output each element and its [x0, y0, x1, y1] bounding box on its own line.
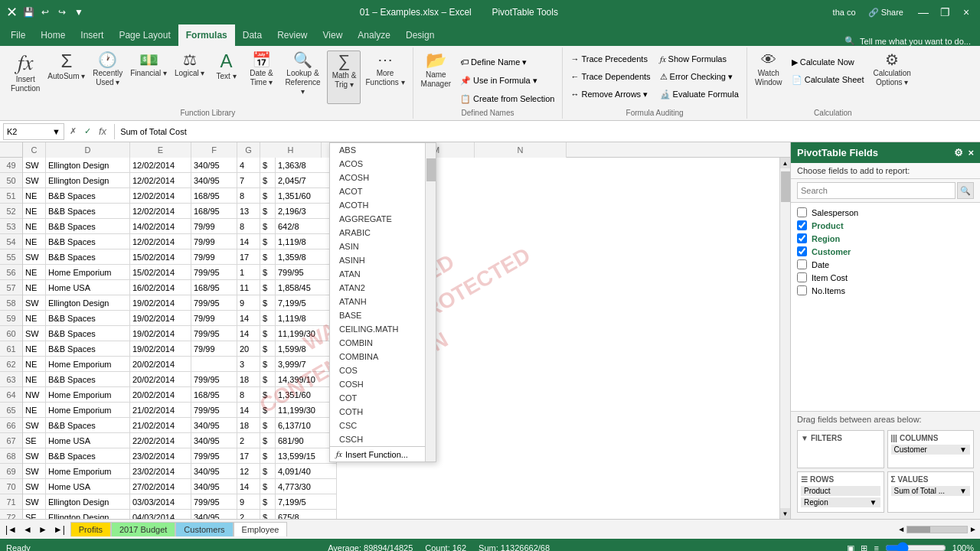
tab-customers[interactable]: Customers [175, 522, 233, 536]
dropdown-item-asinh[interactable]: ASINH [330, 253, 436, 267]
dropdown-item-csc[interactable]: CSC [330, 419, 436, 432]
cell[interactable]: $ [260, 433, 276, 448]
pivot-area-filters[interactable]: ▼ FILTERS [797, 430, 884, 468]
tab-design[interactable]: Design [398, 24, 442, 46]
use-in-formula-button[interactable]: 📌 Use in Formula ▾ [457, 72, 557, 89]
cell[interactable]: $ [260, 387, 276, 403]
cell[interactable]: 16/02/2014 [130, 280, 191, 295]
cell[interactable]: 11,199/30 [276, 326, 337, 341]
row-71[interactable]: 71 [0, 494, 22, 510]
cell[interactable]: NW [23, 387, 46, 403]
cell[interactable]: 13,599/15 [276, 448, 337, 464]
row-51[interactable]: 51 [0, 188, 22, 204]
cell[interactable]: $ [260, 494, 276, 510]
cell[interactable]: 79/99 [191, 311, 237, 326]
cell[interactable]: SW [23, 249, 46, 265]
cell[interactable]: 6,137/10 [276, 418, 337, 433]
cell[interactable]: 1 [237, 265, 260, 280]
trace-precedents-button[interactable]: → Trace Precedents [567, 51, 653, 67]
cell[interactable]: 1,119/8 [276, 311, 337, 326]
pivot-settings-icon[interactable]: ⚙ [954, 147, 963, 158]
row-52[interactable]: 52 [0, 204, 22, 219]
cell[interactable]: 23/02/2014 [130, 464, 191, 479]
pivot-search-input[interactable] [797, 182, 956, 199]
cell[interactable]: NE [23, 403, 46, 418]
cell[interactable]: SW [23, 418, 46, 433]
col-header-c[interactable]: C [23, 142, 46, 158]
cell[interactable]: $ [260, 249, 276, 265]
cell[interactable]: SW [23, 464, 46, 479]
page-break-view-icon[interactable]: ≡ [874, 543, 878, 551]
cell[interactable]: 8 [237, 387, 260, 403]
row-54[interactable]: 54 [0, 234, 22, 249]
dropdown-item-aggregate[interactable]: AGGREGATE [330, 212, 436, 226]
cell[interactable]: 7,199/5 [276, 494, 337, 510]
dropdown-item-atanh[interactable]: ATANH [330, 295, 436, 308]
pivot-close-icon[interactable]: × [968, 147, 974, 158]
zoom-slider[interactable] [885, 542, 946, 551]
pivot-field-region-checkbox[interactable] [797, 233, 807, 243]
cell[interactable]: Ellington Design [46, 173, 130, 188]
cell[interactable]: 340/95 [191, 479, 237, 494]
cell[interactable]: $ [260, 188, 276, 204]
pivot-field-salesperson[interactable]: Salesperson [791, 206, 980, 219]
cell[interactable]: 1,351/60 [276, 188, 337, 204]
trace-dependents-button[interactable]: ← Trace Dependents [567, 68, 653, 85]
cell[interactable]: 799/95 [191, 448, 237, 464]
cell[interactable]: Ellington Design [46, 295, 130, 311]
cell[interactable]: Home USA [46, 479, 130, 494]
pivot-area-rows-product[interactable]: Product [801, 486, 880, 496]
pivot-area-rows-region-arrow[interactable]: ▼ [870, 498, 877, 507]
scroll-thumb[interactable] [781, 171, 790, 202]
cell[interactable]: 8 [237, 188, 260, 204]
cell[interactable]: B&B Spaces [46, 372, 130, 387]
row-58[interactable]: 58 [0, 295, 22, 311]
cell[interactable]: Home Emporium [46, 464, 130, 479]
cell[interactable]: 4,091/40 [276, 464, 337, 479]
cell[interactable]: 20/02/2014 [130, 372, 191, 387]
cell[interactable]: Ellington Design [46, 158, 130, 173]
cell[interactable]: 19/02/2014 [130, 341, 191, 357]
cell[interactable]: 12/02/2014 [130, 173, 191, 188]
cell[interactable]: Home Emporium [46, 265, 130, 280]
cell[interactable]: $ [260, 219, 276, 234]
pivot-field-region[interactable]: Region [791, 232, 980, 245]
cell[interactable]: 20/02/2014 [130, 357, 191, 372]
col-header-d[interactable]: D [46, 142, 130, 158]
tab-formulas[interactable]: Formulas [178, 24, 235, 46]
cell[interactable]: 4,773/30 [276, 479, 337, 494]
pivot-field-date-checkbox[interactable] [797, 259, 807, 269]
tab-review[interactable]: Review [270, 24, 315, 46]
cell[interactable]: B&B Spaces [46, 234, 130, 249]
tab-insert[interactable]: Insert [73, 24, 111, 46]
formula-input[interactable] [120, 123, 977, 140]
cell[interactable]: Ellington Design [46, 510, 130, 519]
cell[interactable]: 799/95 [191, 403, 237, 418]
cell[interactable]: 3 [237, 357, 260, 372]
watch-window-button[interactable]: 👁 WatchWindow [752, 51, 786, 104]
col-header-g[interactable]: G [237, 142, 260, 158]
cell[interactable]: 11 [237, 280, 260, 295]
row-69[interactable]: 69 [0, 464, 22, 479]
tab-profits[interactable]: Profits [70, 522, 111, 536]
scroll-up-btn[interactable]: ▲ [780, 158, 791, 168]
cell[interactable]: 168/95 [191, 204, 237, 219]
row-55[interactable]: 55 [0, 249, 22, 265]
cell[interactable]: 15/02/2014 [130, 265, 191, 280]
cell[interactable]: 1,119/8 [276, 234, 337, 249]
cell[interactable]: 14,399/10 [276, 372, 337, 387]
row-50[interactable]: 50 [0, 173, 22, 188]
name-box[interactable]: K2 ▼ [3, 123, 64, 140]
pivot-field-date[interactable]: Date [791, 258, 980, 271]
hscroll-left[interactable]: ◄ [897, 525, 905, 533]
cell[interactable]: 19/02/2014 [130, 311, 191, 326]
cell[interactable]: B&B Spaces [46, 249, 130, 265]
cell[interactable]: Home Emporium [46, 403, 130, 418]
cell[interactable]: 340/95 [191, 418, 237, 433]
cell[interactable]: 15/02/2014 [130, 249, 191, 265]
cell[interactable]: B&B Spaces [46, 326, 130, 341]
cell[interactable]: 12/02/2014 [130, 158, 191, 173]
row-56[interactable]: 56 [0, 265, 22, 280]
cell[interactable]: 3,999/7 [276, 357, 337, 372]
cell[interactable]: 04/03/2014 [130, 510, 191, 519]
